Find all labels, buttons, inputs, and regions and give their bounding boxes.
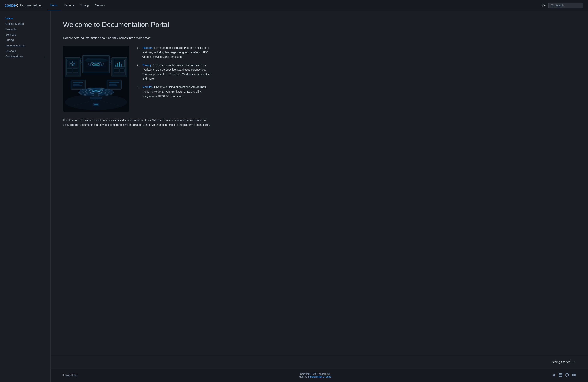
intro-brand: codbex: [108, 36, 118, 40]
main-layout: Home Getting Started Products Services P…: [0, 11, 588, 382]
svg-line-8: [545, 4, 545, 4]
search-box[interactable]: Search: [548, 2, 583, 8]
nav-link-home[interactable]: Home: [47, 0, 61, 11]
copyright: Copyright © 2024 codbex ltd: [299, 373, 331, 375]
list-item-platform: Platform: Learn about the codbex Platfor…: [137, 46, 213, 63]
nav-link-tooling[interactable]: Tooling: [77, 0, 92, 11]
closing-text: Feel free to click on each area to acces…: [63, 118, 213, 127]
list-item-modules: Modules: Dive into building applications…: [137, 85, 213, 102]
sidebar-item-services[interactable]: Services: [3, 32, 47, 37]
site-title: Documentation: [20, 4, 41, 7]
logo: codbex: [5, 3, 18, 8]
linkedin-icon[interactable]: [559, 373, 562, 378]
youtube-icon[interactable]: [572, 373, 576, 378]
sidebar-item-announcements[interactable]: Announcements: [3, 43, 47, 48]
sidebar-item-pricing[interactable]: Pricing: [3, 37, 47, 43]
svg-rect-63: [90, 97, 102, 99]
theme-toggle-button[interactable]: [541, 2, 547, 8]
top-nav: codbex Documentation Home Platform Tooli…: [0, 0, 588, 11]
sidebar-item-tutorials[interactable]: Tutorials: [3, 48, 47, 54]
svg-point-0: [543, 5, 545, 6]
modules-link[interactable]: Modules: [142, 85, 153, 88]
list-section: Platform: Learn about the codbex Platfor…: [137, 46, 213, 102]
svg-rect-39: [119, 62, 120, 66]
next-link[interactable]: Getting Started →: [551, 360, 576, 364]
content-flex: Platform: Learn about the codbex Platfor…: [63, 46, 213, 112]
svg-point-79: [81, 87, 112, 95]
content: Welcome to Documentation Portal Explore …: [51, 11, 226, 355]
nav-right: Search: [541, 2, 583, 8]
sidebar-item-home[interactable]: Home: [3, 16, 47, 21]
svg-rect-37: [115, 64, 116, 66]
svg-rect-74: [109, 82, 119, 83]
list-item-platform-text: : Learn about the codbex Platform and it…: [142, 46, 209, 58]
svg-rect-70: [73, 84, 80, 85]
mkdocs-link[interactable]: Material for MkDocs: [310, 375, 331, 378]
footer-center: Copyright © 2024 codbex ltd Made with Ma…: [299, 373, 331, 378]
svg-rect-75: [109, 84, 116, 85]
arrow-right-icon: →: [572, 360, 576, 364]
svg-rect-31: [67, 69, 72, 73]
svg-point-80: [84, 58, 108, 63]
svg-line-4: [545, 6, 545, 6]
twitter-icon[interactable]: [552, 373, 556, 378]
content-area: Welcome to Documentation Portal Explore …: [51, 11, 588, 382]
intro-prefix: Explore detailed information about: [63, 36, 108, 40]
svg-rect-32: [73, 69, 78, 73]
svg-rect-38: [117, 63, 118, 66]
svg-rect-69: [73, 82, 83, 83]
intro-text: Explore detailed information about codbe…: [63, 36, 213, 40]
svg-point-9: [551, 4, 553, 6]
sidebar-item-label: Tutorials: [5, 49, 16, 53]
list-item-tooling: Tooling: Discover the tools provided by …: [137, 63, 213, 85]
sidebar-item-label: Announcements: [5, 44, 25, 47]
tooling-link[interactable]: Tooling: [142, 64, 151, 67]
svg-rect-42: [114, 69, 119, 73]
svg-rect-71: [73, 85, 82, 86]
footer-icons: [552, 373, 576, 378]
page-title: Welcome to Documentation Portal: [63, 20, 213, 29]
sidebar-item-configurations[interactable]: Configurations ›: [3, 54, 47, 59]
search-placeholder: Search: [555, 4, 564, 7]
svg-rect-43: [120, 69, 125, 73]
bottom-nav: Getting Started →: [51, 355, 588, 369]
github-icon[interactable]: [566, 373, 569, 378]
sidebar-item-label: Home: [5, 17, 13, 20]
sidebar-item-label: Products: [5, 28, 16, 31]
sidebar-item-getting-started[interactable]: Getting Started: [3, 21, 47, 26]
sidebar-item-label: Pricing: [5, 39, 14, 42]
footer: Privacy Policy Copyright © 2024 codbex l…: [51, 369, 588, 382]
logo-area: codbex Documentation: [5, 3, 41, 8]
sidebar-item-products[interactable]: Products: [3, 26, 47, 32]
svg-rect-40: [121, 64, 122, 66]
svg-point-49: [94, 64, 98, 64]
intro-suffix: across three main areas:: [119, 36, 151, 40]
sidebar-item-label: Services: [5, 33, 16, 36]
next-label: Getting Started: [551, 360, 570, 363]
sidebar-item-label: Getting Started: [5, 22, 24, 25]
chevron-right-icon: ›: [44, 55, 45, 58]
list-item-tooling-text: : Discover the tools provided by codbex …: [142, 64, 211, 80]
nav-link-platform[interactable]: Platform: [61, 0, 77, 11]
made-with: Made with Material for MkDocs: [299, 375, 331, 378]
svg-rect-78: [94, 104, 98, 105]
svg-line-10: [553, 6, 553, 6]
platform-link[interactable]: Platform: [142, 46, 152, 49]
sidebar-item-label: Configurations: [5, 55, 23, 58]
search-icon: [551, 4, 554, 7]
hero-image: [63, 46, 129, 112]
nav-links: Home Platform Tooling Modules: [47, 0, 541, 11]
nav-link-modules[interactable]: Modules: [92, 0, 108, 11]
privacy-policy-link[interactable]: Privacy Policy: [63, 374, 78, 377]
sidebar: Home Getting Started Products Services P…: [0, 11, 51, 382]
svg-rect-76: [109, 85, 117, 86]
